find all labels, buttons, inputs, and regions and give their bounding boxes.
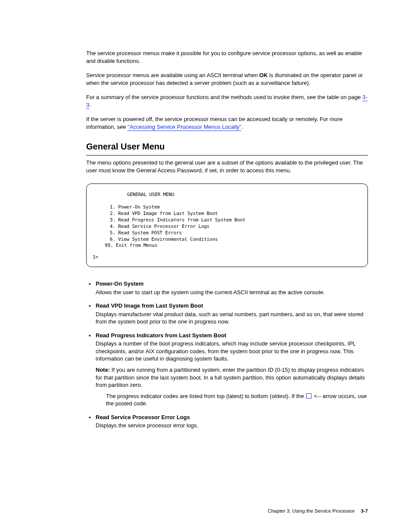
terminal-exit-num: 99. <box>105 243 113 248</box>
intro-func-para: For a summary of the service processor f… <box>86 93 368 109</box>
item-body: Allows the user to start up the system u… <box>96 289 325 296</box>
terminal-option: 3. Read Progress Indicators from Last Sy… <box>110 217 361 224</box>
intro-ok-before: Service processor menus are available us… <box>86 72 259 78</box>
terminal-options: 1. Power-On System 2. Read VPD Image fro… <box>98 204 361 243</box>
terminal-option-label: Read VPD Image from Last System Boot <box>118 211 218 216</box>
note-block: Note: If you are running from a partitio… <box>96 366 368 408</box>
box-icon <box>306 393 311 398</box>
item-title: Read VPD Image from Last System Boot <box>96 302 368 310</box>
terminal-title: GENERAL USER MENU <box>93 192 361 198</box>
section-heading: General User Menu <box>86 141 368 156</box>
terminal-option: 4. Read Service Processor Error Logs <box>110 224 361 230</box>
item-title: Read Progress Indicators from Last Syste… <box>96 332 368 339</box>
intro-ring-para: The service processor menus make it poss… <box>86 50 368 65</box>
terminal-option-label: Power-On System <box>118 204 159 210</box>
intro-pw-post: . <box>241 124 243 130</box>
intro-ok-para: Service processor menus are available us… <box>86 72 368 87</box>
note-arrow: <-- <box>314 393 321 399</box>
list-item: Read Progress Indicators from Last Syste… <box>86 332 368 408</box>
description-list: Power-On System Allows the user to start… <box>86 280 368 429</box>
list-item: Read VPD Image from Last System Boot Dis… <box>86 302 368 326</box>
terminal-exit-label: Exit from Menus <box>116 243 157 248</box>
section-intro: The menu options presented to the genera… <box>86 159 368 174</box>
footer-page-strong: 3-7 <box>361 508 368 513</box>
item-title: Read Service Processor Error Logs <box>96 414 368 421</box>
note-p2-pre: The progress indicator codes are listed … <box>106 393 305 399</box>
intro-pw-para: If the server is powered off, the servic… <box>86 115 368 131</box>
section-ref-link[interactable]: "Accessing Service Processor Menus Local… <box>128 124 241 131</box>
terminal-exit: 99. Exit from Menus <box>93 243 361 249</box>
terminal-option-label: Read Progress Indicators from Last Syste… <box>118 217 245 223</box>
list-item: Power-On System Allows the user to start… <box>86 280 368 296</box>
terminal-option: 5. Read System POST Errors <box>110 230 361 236</box>
terminal-option: 6. View System Environmental Conditions <box>110 236 361 243</box>
footer-chapter: Chapter 3. Using the Service Processor <box>268 508 355 515</box>
terminal-menu: GENERAL USER MENU 1. Power-On System 2. … <box>86 184 368 267</box>
terminal-prompt: 1> <box>93 254 361 261</box>
note-label: Note: <box>96 367 110 373</box>
page-footer: Chapter 3. Using the Service Processor 3… <box>0 508 411 515</box>
item-body: Displays manufacturer vital product data… <box>96 311 363 325</box>
intro-func-post: . <box>89 102 91 108</box>
terminal-option-label: Read Service Processor Error Logs <box>118 224 209 229</box>
page: The service processor menus make it poss… <box>0 0 411 532</box>
terminal-option: 2. Read VPD Image from Last System Boot <box>110 211 361 217</box>
item-body: Displays a number of the boot progress i… <box>96 340 356 362</box>
intro-func-text: For a summary of the service processor f… <box>86 94 362 100</box>
item-title: Power-On System <box>96 280 368 288</box>
item-body: Displays the service processor error log… <box>96 422 198 429</box>
terminal-option: 1. Power-On System <box>110 204 361 211</box>
intro-section: The service processor menus make it poss… <box>86 50 368 131</box>
ok-literal: OK <box>259 72 268 78</box>
footer-page-number: 3-7 <box>361 508 368 515</box>
terminal-option-label: Read System POST Errors <box>118 230 182 236</box>
terminal-option-label: View System Environmental Conditions <box>118 236 218 242</box>
list-item: Read Service Processor Error Logs Displa… <box>86 414 368 429</box>
note-p2: The progress indicator codes are listed … <box>96 392 368 408</box>
note-p1: If you are running from a partitioned sy… <box>96 367 365 388</box>
note-square-link[interactable] <box>305 393 312 399</box>
